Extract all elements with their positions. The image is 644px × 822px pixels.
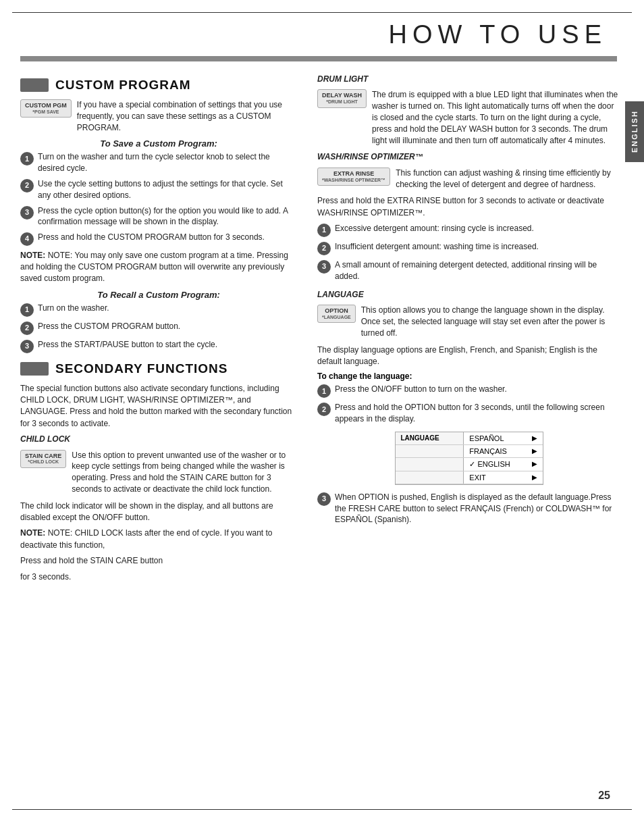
title-divider: [20, 56, 617, 61]
section-bar-2: [20, 362, 49, 376]
save-step-3: 3 Press the cycle option button(s) for t…: [20, 205, 297, 228]
wash-rinse-row: EXTRA RINSE *WASH/RINSE OPTIMIZER™ This …: [317, 168, 620, 190]
custom-program-title: CUSTOM PROGRAM: [55, 78, 190, 93]
wash-rinse-step-2: 2 Insufficient detergent amount: washing…: [317, 241, 620, 255]
page-number: 25: [598, 790, 610, 802]
recall-step-1: 1 Turn on the washer.: [20, 303, 297, 317]
child-lock-row: STAIN CARE *CHILD LOCK Use this option t…: [20, 450, 297, 495]
language-row: OPTION *LANGUAGE This option allows you …: [317, 305, 620, 338]
lang-option-francais: FRANÇAIS ▶: [396, 444, 543, 457]
child-lock-text2: The child lock indicator will be shown i…: [20, 500, 297, 524]
language-text2: The display language options are English…: [317, 344, 620, 368]
child-lock-note2: Press and hold the STAIN CARE button: [20, 555, 297, 567]
save-step-2: 2 Use the cycle setting buttons to adjus…: [20, 178, 297, 201]
child-lock-heading: CHILD LOCK: [20, 434, 297, 445]
lang-step-2: 2 Press and hold the OPTION button for 3…: [317, 402, 620, 425]
custom-pgm-button: CUSTOM PGM *PGM SAVE: [20, 99, 72, 118]
wash-rinse-step-3: 3 A small amount of remaining detergent …: [317, 259, 620, 282]
lang-option-exit: EXIT ▶: [396, 471, 543, 484]
change-language-heading: To change the language:: [317, 371, 620, 381]
custom-program-note: NOTE: NOTE: You may only save one custom…: [20, 250, 297, 284]
custom-program-intro-text: If you have a special combination of set…: [77, 99, 297, 133]
drum-light-row: DELAY WASH *DRUM LIGHT The drum is equip…: [317, 89, 620, 146]
child-lock-note3: for 3 seconds.: [20, 571, 297, 583]
secondary-functions-title: SECONDARY FUNCTIONS: [55, 361, 227, 376]
lang-option-english: ✓ ENGLISH ▶: [396, 457, 543, 471]
right-column: DRUM LIGHT DELAY WASH *DRUM LIGHT The dr…: [311, 74, 620, 587]
page-title: HOW TO USE: [0, 0, 644, 56]
wash-rinse-heading: WASH/RINSE OPTIMIZER™: [317, 151, 620, 163]
language-text1: This option allows you to change the lan…: [361, 305, 620, 338]
drum-light-heading: DRUM LIGHT: [317, 74, 620, 85]
save-heading: To Save a Custom Program:: [20, 138, 297, 149]
wash-rinse-text: This function can adjust washing & rinsi…: [396, 168, 620, 190]
page-border-top: [12, 12, 632, 13]
content-area: CUSTOM PROGRAM CUSTOM PGM *PGM SAVE If y…: [0, 74, 644, 587]
english-tab: ENGLISH: [625, 101, 644, 162]
save-step-1: 1 Turn on the washer and turn the cycle …: [20, 151, 297, 174]
secondary-functions-header: SECONDARY FUNCTIONS: [20, 361, 297, 376]
save-step-4: 4 Press and hold the CUSTOM PROGRAM butt…: [20, 232, 297, 246]
stain-care-button: STAIN CARE *CHILD LOCK: [20, 450, 66, 468]
secondary-intro: The special function buttons also activa…: [20, 383, 297, 430]
drum-light-text: The drum is equipped with a blue LED lig…: [372, 89, 620, 146]
delay-wash-button: DELAY WASH *DRUM LIGHT: [317, 89, 367, 107]
section-bar: [20, 78, 49, 92]
lang-step-1: 1 Press the ON/OFF button to turn on the…: [317, 384, 620, 398]
custom-program-header: CUSTOM PROGRAM: [20, 78, 297, 93]
wash-rinse-step-1: 1 Excessive detergent amount: rinsing cy…: [317, 223, 620, 237]
recall-step-3: 3 Press the START/PAUSE button to start …: [20, 339, 297, 353]
language-table: LANGUAGE ESPAÑOL ▶ FRANÇAIS ▶ ✓ ENGLISH …: [395, 432, 543, 485]
extra-rinse-button: EXTRA RINSE *WASH/RINSE OPTIMIZER™: [317, 168, 390, 186]
language-heading: LANGUAGE: [317, 289, 620, 301]
option-button: OPTION *LANGUAGE: [317, 305, 356, 323]
recall-heading: To Recall a Custom Program:: [20, 290, 297, 300]
recall-step-2: 2 Press the CUSTOM PROGRAM button.: [20, 321, 297, 335]
child-lock-note: NOTE: NOTE: CHILD LOCK lasts after the e…: [20, 528, 297, 551]
page-border-bottom: [12, 809, 632, 810]
lang-step-3: 3 When OPTION is pushed, English is disp…: [317, 492, 620, 525]
lang-option-español: LANGUAGE ESPAÑOL ▶: [396, 432, 543, 445]
custom-program-intro-row: CUSTOM PGM *PGM SAVE If you have a speci…: [20, 99, 297, 133]
wash-rinse-text2: Press and hold the EXTRA RINSE button fo…: [317, 195, 620, 219]
lang-label: LANGUAGE: [396, 432, 464, 445]
child-lock-text1: Use this option to prevent unwanted use …: [72, 450, 297, 495]
left-column: CUSTOM PROGRAM CUSTOM PGM *PGM SAVE If y…: [20, 74, 311, 587]
